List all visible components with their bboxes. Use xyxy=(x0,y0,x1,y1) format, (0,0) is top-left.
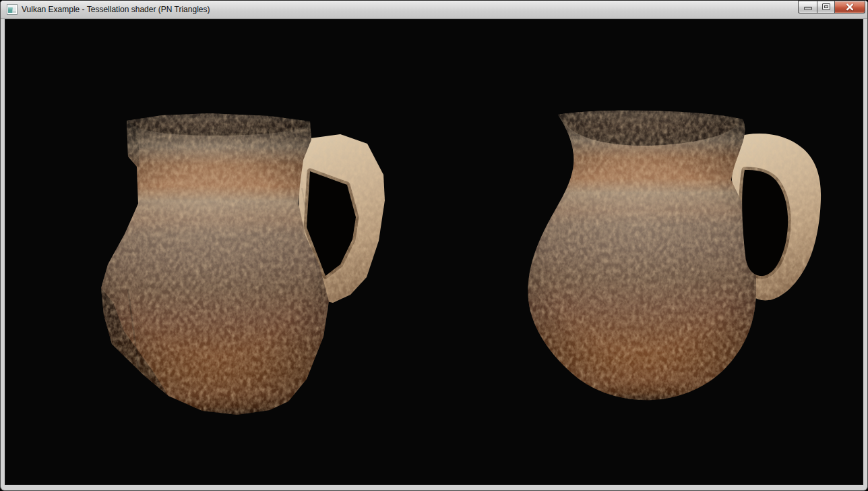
maximize-icon xyxy=(822,3,830,10)
app-window: Vulkan Example - Tessellation shader (PN… xyxy=(0,0,868,491)
app-icon xyxy=(7,4,18,15)
window-controls xyxy=(798,1,865,13)
jug-low-poly-mesh xyxy=(101,113,385,415)
window-title: Vulkan Example - Tessellation shader (PN… xyxy=(22,1,210,18)
close-button[interactable] xyxy=(834,1,865,13)
titlebar[interactable]: Vulkan Example - Tessellation shader (PN… xyxy=(1,1,867,19)
close-icon xyxy=(845,3,855,11)
vulkan-scene xyxy=(5,20,863,486)
minimize-button[interactable] xyxy=(798,1,817,13)
minimize-icon xyxy=(804,7,812,10)
render-viewport[interactable] xyxy=(5,20,863,484)
maximize-button[interactable] xyxy=(817,1,835,13)
